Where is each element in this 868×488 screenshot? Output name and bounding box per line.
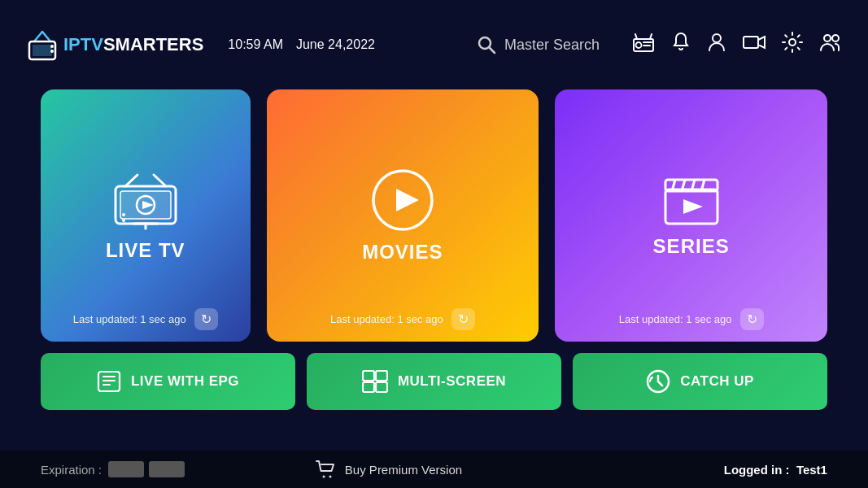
svg-rect-43 bbox=[376, 371, 387, 381]
svg-marker-37 bbox=[683, 199, 703, 214]
svg-point-9 bbox=[636, 42, 642, 48]
svg-rect-44 bbox=[363, 382, 374, 392]
search-icon bbox=[477, 35, 496, 54]
header-icons bbox=[632, 32, 844, 58]
radio-icon[interactable] bbox=[632, 33, 655, 57]
series-footer: Last updated: 1 sec ago ↻ bbox=[555, 308, 827, 330]
expiry-block-2 bbox=[149, 461, 185, 477]
footer: Expiration : Buy Premium Version Logged … bbox=[0, 451, 868, 488]
expiration-label: Expiration : bbox=[41, 463, 102, 477]
multiscreen-label: MULTI-SCREEN bbox=[398, 373, 506, 390]
movies-footer: Last updated: 1 sec ago ↻ bbox=[267, 308, 539, 330]
live-epg-button[interactable]: LIVE WITH EPG bbox=[41, 353, 295, 410]
epg-icon bbox=[97, 370, 121, 393]
bell-icon[interactable] bbox=[671, 32, 691, 58]
expiry-blocks bbox=[108, 461, 185, 477]
svg-line-20 bbox=[154, 175, 166, 186]
svg-point-28 bbox=[122, 219, 125, 222]
svg-rect-45 bbox=[376, 382, 387, 392]
bottom-buttons-row: LIVE WITH EPG MULTI-SCREEN CATCH UP bbox=[41, 353, 827, 410]
live-epg-label: LIVE WITH EPG bbox=[131, 373, 239, 390]
live-tv-footer: Last updated: 1 sec ago ↻ bbox=[41, 308, 251, 330]
catchup-label: CATCH UP bbox=[680, 373, 754, 390]
movies-card[interactable]: MOVIES Last updated: 1 sec ago ↻ bbox=[267, 89, 539, 342]
movies-icon bbox=[370, 168, 435, 233]
svg-point-48 bbox=[322, 476, 325, 478]
svg-point-16 bbox=[789, 39, 796, 46]
movies-refresh[interactable]: ↻ bbox=[451, 308, 475, 330]
svg-point-27 bbox=[122, 213, 125, 216]
buy-premium-label: Buy Premium Version bbox=[345, 463, 462, 477]
cart-icon bbox=[316, 460, 337, 479]
buy-premium-button[interactable]: Buy Premium Version bbox=[316, 460, 462, 479]
svg-line-1 bbox=[42, 32, 50, 41]
svg-point-17 bbox=[824, 35, 831, 41]
live-tv-refresh[interactable]: ↻ bbox=[194, 308, 218, 330]
catchup-icon bbox=[646, 369, 670, 394]
logo-icon bbox=[24, 27, 60, 63]
svg-marker-30 bbox=[396, 189, 419, 211]
svg-line-19 bbox=[125, 175, 137, 186]
svg-point-5 bbox=[50, 50, 54, 53]
series-icon bbox=[662, 173, 721, 227]
main-content: LIVE TV Last updated: 1 sec ago ↻ MOVIES… bbox=[0, 89, 868, 410]
multiscreen-button[interactable]: MULTI-SCREEN bbox=[307, 353, 561, 410]
expiry-block-1 bbox=[108, 461, 144, 477]
rec-icon[interactable] bbox=[743, 33, 765, 56]
series-refresh[interactable]: ↻ bbox=[740, 308, 764, 330]
live-tv-title: LIVE TV bbox=[106, 239, 185, 262]
svg-rect-3 bbox=[33, 45, 52, 56]
svg-point-14 bbox=[713, 34, 721, 42]
search-label: Master Search bbox=[504, 37, 600, 54]
svg-line-7 bbox=[489, 48, 495, 54]
svg-rect-42 bbox=[363, 371, 374, 381]
top-cards-row: LIVE TV Last updated: 1 sec ago ↻ MOVIES… bbox=[41, 89, 827, 342]
logo: IPTVSMARTERS bbox=[24, 27, 203, 63]
footer-user: Logged in : Test1 bbox=[724, 463, 827, 477]
group-icon[interactable] bbox=[819, 32, 844, 58]
username: Test1 bbox=[796, 463, 827, 477]
svg-point-18 bbox=[832, 35, 839, 41]
multiscreen-icon bbox=[362, 370, 388, 393]
movies-title: MOVIES bbox=[362, 241, 443, 264]
date: June 24,2022 bbox=[296, 37, 375, 52]
svg-point-4 bbox=[50, 45, 54, 48]
search-bar[interactable]: Master Search bbox=[477, 35, 600, 54]
svg-point-49 bbox=[329, 476, 331, 478]
svg-rect-15 bbox=[744, 37, 758, 48]
live-tv-card[interactable]: LIVE TV Last updated: 1 sec ago ↻ bbox=[41, 89, 251, 342]
logo-text: IPTVSMARTERS bbox=[63, 34, 203, 55]
time: 10:59 AM bbox=[228, 37, 283, 52]
user-icon[interactable] bbox=[707, 32, 726, 58]
footer-expiration: Expiration : bbox=[41, 461, 185, 477]
series-card[interactable]: SERIES Last updated: 1 sec ago ↻ bbox=[555, 89, 827, 342]
svg-line-0 bbox=[34, 32, 42, 41]
series-title: SERIES bbox=[653, 235, 730, 258]
settings-icon[interactable] bbox=[782, 32, 803, 58]
datetime: 10:59 AM June 24,2022 bbox=[228, 37, 375, 52]
catchup-button[interactable]: CATCH UP bbox=[573, 353, 827, 410]
live-tv-icon bbox=[109, 170, 182, 231]
header: IPTVSMARTERS 10:59 AM June 24,2022 Maste… bbox=[0, 0, 868, 89]
